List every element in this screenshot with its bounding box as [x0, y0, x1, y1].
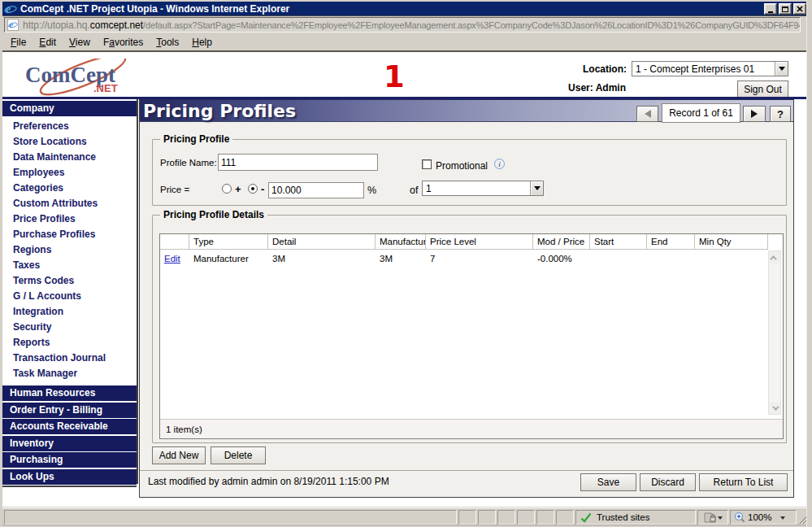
- location-select-arrow-icon[interactable]: [775, 62, 788, 76]
- sidebar-item-terms-codes[interactable]: Terms Codes: [2, 273, 137, 289]
- sidebar: Company PreferencesStore LocationsData M…: [2, 99, 138, 484]
- forward-arrow-icon: [751, 110, 758, 118]
- protected-mode-caret-icon: [718, 516, 723, 522]
- minimize-button[interactable]: [764, 3, 777, 15]
- title-bar: e ComCept .NET Project Utopia - Windows …: [2, 2, 810, 16]
- sidebar-item-custom-attributes[interactable]: Custom Attributes: [2, 196, 137, 211]
- sidebar-item-integration[interactable]: Integration: [2, 304, 137, 320]
- sidebar-item-preferences[interactable]: Preferences: [2, 119, 137, 134]
- cell: [590, 250, 647, 268]
- price-minus-radio[interactable]: [248, 184, 258, 194]
- return-to-list-button[interactable]: Return To List: [699, 473, 788, 491]
- status-segment: [458, 510, 476, 525]
- price-plus-radio[interactable]: [222, 184, 232, 194]
- status-segment: [497, 510, 515, 525]
- delete-button[interactable]: Delete: [211, 446, 266, 464]
- ie-icon: e: [4, 2, 17, 15]
- save-button[interactable]: Save: [580, 473, 636, 491]
- sidebar-item-purchase-profiles[interactable]: Purchase Profiles: [2, 227, 137, 242]
- percent-label: %: [367, 185, 376, 196]
- zoom-caret-icon: [780, 516, 785, 522]
- cell: -0.000%: [533, 250, 590, 268]
- sign-out-button[interactable]: Sign Out: [737, 81, 788, 98]
- details-table-header: TypeDetailManufacturerPrice LevelMod / P…: [160, 234, 768, 250]
- sidebar-item-g-l-accounts[interactable]: G / L Accounts: [2, 289, 137, 304]
- menu-edit[interactable]: Edit: [33, 35, 63, 50]
- table-scrollbar[interactable]: [768, 250, 781, 415]
- menu-view[interactable]: View: [63, 35, 97, 50]
- sidebar-item-data-maintenance[interactable]: Data Maintenance: [2, 150, 137, 165]
- of-label: of: [410, 185, 418, 196]
- sidebar-item-task-manager[interactable]: Task Manager: [2, 366, 137, 381]
- comcept-logo: ComCept .NET: [24, 59, 145, 96]
- window-buttons: [764, 3, 806, 15]
- promotional-checkbox[interactable]: [422, 159, 432, 169]
- scroll-down-button[interactable]: [769, 402, 780, 414]
- sidebar-item-employees[interactable]: Employees: [2, 165, 137, 181]
- profile-name-input[interactable]: [218, 154, 378, 171]
- sidebar-section-human-resources[interactable]: Human Resources: [2, 385, 137, 401]
- location-row: Location: 1 - Comcept Enterprises 01: [583, 61, 788, 76]
- status-bar: Trusted sites 100%: [2, 507, 810, 525]
- sidebar-section-company[interactable]: Company: [2, 101, 137, 116]
- sidebar-item-transaction-journal[interactable]: Transaction Journal: [2, 351, 137, 366]
- sidebar-sections: Human ResourcesOrder Entry - BillingAcco…: [2, 385, 137, 487]
- window-right-frame: [806, 0, 812, 527]
- content-title-bar: Pricing Profiles Record 1 of 61 ?: [140, 99, 793, 122]
- promotional-info-icon[interactable]: i: [494, 159, 505, 169]
- sidebar-section-inventory[interactable]: Inventory: [2, 436, 137, 451]
- record-back-button[interactable]: [636, 106, 658, 122]
- sidebar-item-categories[interactable]: Categories: [2, 181, 137, 196]
- maximize-button[interactable]: [779, 3, 792, 15]
- profile-name-label: Profile Name:: [160, 158, 217, 168]
- sidebar-item-store-locations[interactable]: Store Locations: [2, 134, 137, 150]
- sidebar-item-security[interactable]: Security: [2, 320, 137, 335]
- sidebar-section-purchasing[interactable]: Purchasing: [2, 452, 137, 468]
- address-bar: e http://utopia.hq.comcept.net/default.a…: [2, 15, 810, 33]
- zoom-level-label: 100%: [748, 512, 771, 522]
- location-select-value: 1 - Comcept Enterprises 01: [632, 63, 775, 75]
- address-field[interactable]: e http://utopia.hq.comcept.net/default.a…: [4, 17, 801, 33]
- page-favicon: e: [7, 19, 19, 31]
- cell: [647, 250, 695, 268]
- of-select-arrow-icon[interactable]: [530, 181, 543, 195]
- menu-help[interactable]: Help: [185, 35, 219, 50]
- of-select[interactable]: 1: [422, 181, 544, 196]
- browser-window: e ComCept .NET Project Utopia - Windows …: [0, 0, 812, 527]
- zoom-pane[interactable]: 100%: [730, 510, 797, 525]
- sidebar-item-reports[interactable]: Reports: [2, 335, 137, 351]
- logo-net-text: .NET: [93, 82, 118, 94]
- protected-mode-icon: [704, 512, 716, 523]
- close-button[interactable]: [793, 3, 806, 15]
- record-forward-button[interactable]: [743, 106, 766, 122]
- column-header-end: End: [647, 234, 695, 250]
- edit-link[interactable]: Edit: [160, 250, 189, 268]
- help-button[interactable]: ?: [770, 106, 791, 122]
- sidebar-section-accounts-receivable[interactable]: Accounts Receivable: [2, 419, 137, 434]
- menu-file[interactable]: File: [4, 35, 33, 50]
- page-viewport: ComCept .NET 1 Location: 1 - Comcept Ent…: [2, 50, 806, 507]
- sidebar-item-price-profiles[interactable]: Price Profiles: [2, 211, 137, 227]
- scroll-up-button[interactable]: [769, 251, 780, 264]
- menu-tools[interactable]: Tools: [150, 35, 185, 50]
- ie-favicon-glyph: e: [8, 20, 18, 30]
- column-header-start: Start: [590, 234, 647, 250]
- sidebar-item-taxes[interactable]: Taxes: [2, 258, 137, 273]
- sidebar-item-regions[interactable]: Regions: [2, 242, 137, 258]
- sidebar-section-look-ups[interactable]: Look Ups: [2, 469, 137, 485]
- add-new-button[interactable]: Add New: [152, 446, 206, 464]
- zoom-icon: [734, 512, 745, 523]
- svg-text:e: e: [6, 3, 11, 15]
- sidebar-section-order-entry-billing[interactable]: Order Entry - Billing: [2, 403, 137, 418]
- svg-text:e: e: [10, 20, 14, 29]
- location-select[interactable]: 1 - Comcept Enterprises 01: [632, 61, 788, 76]
- price-value-input[interactable]: [268, 182, 364, 198]
- column-header-mod-price: Mod / Price: [533, 234, 590, 250]
- status-segment: [556, 510, 574, 525]
- protected-mode-pane[interactable]: [697, 510, 728, 525]
- record-counter: Record 1 of 61: [662, 103, 740, 123]
- plus-label: +: [235, 183, 241, 195]
- minimize-glyph-icon: [768, 11, 773, 13]
- menu-favorites[interactable]: Favorites: [97, 35, 150, 50]
- discard-button[interactable]: Discard: [640, 473, 696, 491]
